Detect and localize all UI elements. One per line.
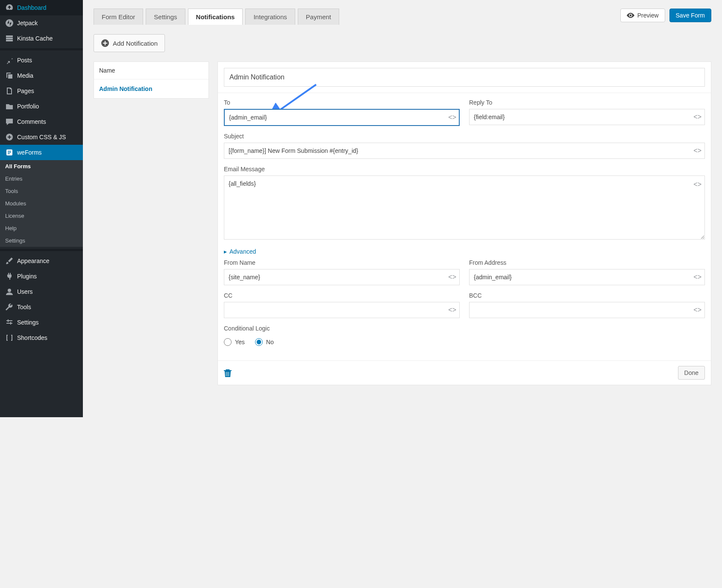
submenu-item-license[interactable]: License xyxy=(0,210,83,222)
sidebar-item-shortcodes[interactable]: Shortcodes xyxy=(0,330,83,345)
save-form-button[interactable]: Save Form xyxy=(669,9,711,22)
menu-separator xyxy=(0,48,83,50)
gauge-icon xyxy=(5,3,14,12)
svg-rect-2 xyxy=(6,38,13,39)
sidebar-item-label: Users xyxy=(17,288,33,295)
reply-to-input[interactable] xyxy=(469,109,705,125)
notification-title-input[interactable] xyxy=(224,68,705,87)
sidebar-item-portfolio[interactable]: Portfolio xyxy=(0,99,83,114)
brackets-icon xyxy=(5,333,14,342)
add-notification-button[interactable]: Add Notification xyxy=(94,34,165,52)
conditional-label: Conditional Logic xyxy=(224,325,705,332)
submenu-item-settings[interactable]: Settings xyxy=(0,234,83,247)
top-actions: Preview Save Form xyxy=(620,9,711,22)
panel-header: Name xyxy=(94,62,208,79)
tab-notifications[interactable]: Notifications xyxy=(188,9,243,25)
preview-label: Preview xyxy=(637,12,659,19)
eye-icon xyxy=(627,13,634,18)
sidebar-item-dashboard[interactable]: Dashboard xyxy=(0,0,83,15)
pin-icon xyxy=(5,56,14,64)
tag-icon[interactable]: <> xyxy=(693,147,701,155)
bcc-label: BCC xyxy=(469,292,705,299)
cc-label: CC xyxy=(224,292,460,299)
sidebar-item-label: Appearance xyxy=(17,257,50,264)
from-name-label: From Name xyxy=(224,259,460,266)
sidebar-item-plugins[interactable]: Plugins xyxy=(0,269,83,284)
sidebar-item-label: Jetpack xyxy=(17,20,38,26)
notification-item[interactable]: Admin Notification xyxy=(94,79,208,98)
sidebar-item-pages[interactable]: Pages xyxy=(0,83,83,99)
sidebar-item-label: Dashboard xyxy=(17,4,47,11)
submenu-item-entries[interactable]: Entries xyxy=(0,173,83,185)
sidebar-item-label: Comments xyxy=(17,118,46,125)
to-input[interactable] xyxy=(224,109,460,126)
tab-integrations[interactable]: Integrations xyxy=(245,9,295,25)
done-button[interactable]: Done xyxy=(678,366,705,380)
sidebar-item-label: Posts xyxy=(17,57,32,64)
submenu-item-help[interactable]: Help xyxy=(0,222,83,234)
message-textarea[interactable] xyxy=(224,176,705,240)
sidebar-item-kinsta-cache[interactable]: Kinsta Cache xyxy=(0,31,83,46)
from-address-input[interactable] xyxy=(469,269,705,285)
sidebar-item-media[interactable]: Media xyxy=(0,68,83,83)
sidebar-item-jetpack[interactable]: Jetpack xyxy=(0,15,83,31)
message-label: Email Message xyxy=(224,166,705,173)
conditional-yes[interactable]: Yes xyxy=(224,338,245,346)
preview-button[interactable]: Preview xyxy=(620,9,665,22)
svg-point-0 xyxy=(6,19,13,27)
advanced-label: Advanced xyxy=(229,248,256,255)
chevron-right-icon: ▸ xyxy=(224,248,227,255)
submenu-item-tools[interactable]: Tools xyxy=(0,185,83,197)
tag-icon[interactable]: <> xyxy=(693,273,701,281)
svg-point-6 xyxy=(8,289,11,292)
jetpack-icon xyxy=(5,19,14,27)
tab-payment[interactable]: Payment xyxy=(298,9,339,25)
sidebar-item-posts[interactable]: Posts xyxy=(0,53,83,68)
conditional-no[interactable]: No xyxy=(255,338,274,346)
page-icon xyxy=(5,87,14,95)
pluscircle-icon xyxy=(5,133,14,141)
plus-circle-icon xyxy=(101,39,109,47)
sliders-icon xyxy=(5,318,14,327)
subject-input[interactable] xyxy=(224,143,705,159)
sidebar-item-custom-css-js[interactable]: Custom CSS & JS xyxy=(0,129,83,145)
submenu-item-modules[interactable]: Modules xyxy=(0,197,83,210)
user-icon xyxy=(5,287,14,296)
notification-editor: To <> Reply To <> xyxy=(217,61,711,385)
sidebar-item-label: Settings xyxy=(17,319,39,326)
tag-icon[interactable]: <> xyxy=(448,306,456,314)
tag-icon[interactable]: <> xyxy=(693,181,701,188)
sidebar-item-label: weForms xyxy=(17,149,42,156)
sidebar-item-users[interactable]: Users xyxy=(0,284,83,299)
sidebar-item-settings[interactable]: Settings xyxy=(0,315,83,330)
tag-icon[interactable]: <> xyxy=(448,114,456,121)
from-name-input[interactable] xyxy=(224,269,460,285)
reply-to-label: Reply To xyxy=(469,99,705,106)
sidebar-item-appearance[interactable]: Appearance xyxy=(0,253,83,269)
tab-settings[interactable]: Settings xyxy=(146,9,185,25)
sidebar-item-label: Media xyxy=(17,72,33,79)
sidebar-item-weforms[interactable]: weForms xyxy=(0,145,83,160)
media-icon xyxy=(5,71,14,80)
wrench-icon xyxy=(5,303,14,311)
tag-icon[interactable]: <> xyxy=(448,273,456,281)
from-address-label: From Address xyxy=(469,259,705,266)
server-icon xyxy=(5,34,14,43)
tag-icon[interactable]: <> xyxy=(693,306,701,314)
comment-icon xyxy=(5,117,14,126)
cc-input[interactable] xyxy=(224,302,460,318)
tab-bar: Form EditorSettingsNotificationsIntegrat… xyxy=(94,9,711,25)
menu-separator xyxy=(0,249,83,251)
delete-notification-button[interactable] xyxy=(224,369,232,377)
notification-list-panel: Name Admin Notification xyxy=(94,61,209,99)
submenu-item-all-forms[interactable]: All Forms xyxy=(0,160,83,173)
tab-form-editor[interactable]: Form Editor xyxy=(94,9,143,25)
sidebar-item-comments[interactable]: Comments xyxy=(0,114,83,129)
advanced-toggle[interactable]: ▸ Advanced xyxy=(224,248,705,255)
save-label: Save Form xyxy=(676,12,705,19)
tag-icon[interactable]: <> xyxy=(693,113,701,121)
sidebar-item-label: Plugins xyxy=(17,273,37,280)
weforms-icon xyxy=(5,148,14,157)
sidebar-item-tools[interactable]: Tools xyxy=(0,299,83,315)
bcc-input[interactable] xyxy=(469,302,705,318)
